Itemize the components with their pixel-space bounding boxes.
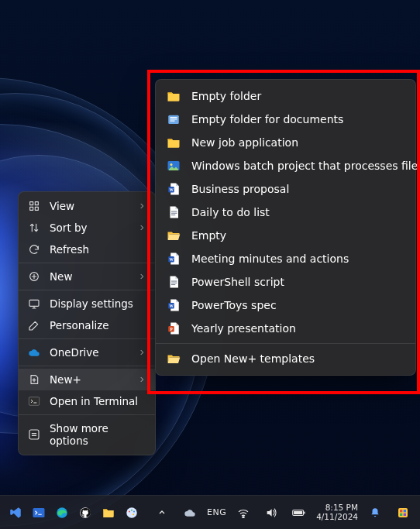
- submenu-item-business-proposal[interactable]: WBusiness proposal: [156, 177, 415, 201]
- chevron-right-icon: [138, 349, 146, 356]
- svg-rect-9: [170, 117, 177, 118]
- submenu-item-new-job-application[interactable]: New job application: [156, 131, 415, 154]
- folder-open-icon: [167, 352, 181, 366]
- submenu-item-label: Daily to do list: [191, 206, 405, 218]
- taskbar-apps: [3, 502, 143, 524]
- submenu-item-label: PowerShell script: [191, 276, 405, 288]
- ppt-icon: P: [167, 321, 181, 335]
- onedrive-icon: [28, 346, 40, 359]
- submenu-item-empty-folder-for-documents[interactable]: Empty folder for documents: [156, 108, 415, 131]
- taskbar-app-edge[interactable]: [51, 502, 73, 524]
- submenu-item-empty-folder[interactable]: Empty folder: [156, 84, 415, 108]
- svg-point-33: [131, 509, 133, 510]
- menu-item-new[interactable]: New: [19, 266, 155, 287]
- svg-rect-2: [30, 207, 33, 210]
- svg-rect-1: [35, 202, 38, 205]
- newplus-icon: [28, 373, 40, 386]
- menu-item-onedrive[interactable]: OneDrive: [19, 342, 155, 363]
- personalize-icon: [28, 319, 40, 331]
- chevron-right-icon: [138, 376, 146, 383]
- more-icon: [28, 428, 40, 441]
- svg-point-32: [129, 510, 130, 512]
- submenu-item-powertoys-spec[interactable]: WPowerToys spec: [156, 294, 415, 317]
- menu-item-label: OneDrive: [50, 346, 129, 359]
- submenu-item-meeting-minutes-and-actions[interactable]: WMeeting minutes and actions: [156, 247, 415, 270]
- tray-app-icon[interactable]: [392, 502, 414, 524]
- menu-item-show-more-options[interactable]: Show more options: [19, 417, 155, 452]
- svg-rect-7: [29, 430, 39, 439]
- svg-rect-10: [170, 119, 177, 119]
- submenu-item-daily-to-do-list[interactable]: Daily to do list: [156, 201, 415, 224]
- svg-rect-6: [29, 397, 39, 406]
- submenu-item-label: New job application: [191, 136, 405, 149]
- svg-rect-21: [171, 281, 177, 282]
- svg-rect-39: [304, 511, 305, 514]
- menu-item-label: Personalize: [50, 319, 146, 331]
- menu-item-label: Refresh: [50, 243, 146, 256]
- image-item-icon: [167, 159, 181, 173]
- folder-open-icon: [167, 228, 181, 242]
- taskbar-app-explorer[interactable]: [98, 502, 119, 524]
- chevron-right-icon: [138, 224, 146, 232]
- tray-language[interactable]: ENG: [207, 507, 226, 517]
- submenu-item-label: Empty folder for documents: [191, 113, 405, 125]
- menu-item-label: Open in Terminal: [50, 395, 146, 407]
- svg-rect-11: [170, 121, 175, 122]
- menu-item-sort-by[interactable]: Sort by: [19, 217, 155, 239]
- tray-wifi-icon[interactable]: [232, 502, 254, 524]
- refresh-icon: [28, 243, 40, 256]
- new-icon: [28, 270, 40, 283]
- menu-item-label: Display settings: [50, 297, 146, 310]
- desktop-context-menu[interactable]: ViewSort byRefreshNewDisplay settingsPer…: [18, 191, 156, 455]
- svg-rect-5: [29, 300, 39, 306]
- menu-item-open-in-terminal[interactable]: Open in Terminal: [19, 390, 155, 412]
- svg-rect-22: [171, 283, 177, 283]
- svg-rect-28: [33, 508, 45, 517]
- chevron-right-icon: [138, 202, 146, 210]
- menu-item-refresh[interactable]: Refresh: [19, 239, 155, 260]
- word-icon: W: [167, 252, 181, 266]
- menu-item-label: View: [50, 200, 129, 212]
- tray-onedrive[interactable]: [179, 502, 201, 524]
- tray-volume-icon[interactable]: [260, 502, 282, 524]
- tray-clock[interactable]: 8:15 PM 4/11/2024: [316, 503, 358, 521]
- menu-item-label: New+: [50, 373, 129, 386]
- submenu-item-label: Open New+ templates: [191, 352, 405, 365]
- tray-overflow[interactable]: [151, 502, 173, 524]
- tray-notifications-icon[interactable]: [364, 502, 386, 524]
- folder-icon: [167, 136, 181, 149]
- svg-rect-3: [35, 207, 38, 210]
- submenu-item-open-new-templates[interactable]: Open New+ templates: [156, 347, 415, 370]
- submenu-item-windows-batch-project-that-processes-fil[interactable]: Windows batch project that processes fil…: [156, 154, 415, 177]
- folder-icon: [167, 89, 181, 103]
- svg-rect-41: [400, 510, 402, 512]
- taskbar-app-github[interactable]: [74, 502, 96, 524]
- submenu-item-yearly-presentation[interactable]: PYearly presentation: [156, 317, 415, 340]
- tray-battery-icon[interactable]: [288, 502, 310, 524]
- menu-item-view[interactable]: View: [19, 195, 155, 217]
- grid-icon: [28, 200, 40, 212]
- submenu-item-empty[interactable]: Empty: [156, 224, 415, 247]
- submenu-item-powershell-script[interactable]: PowerShell script: [156, 270, 415, 294]
- menu-item-label: Show more options: [50, 422, 146, 447]
- svg-point-31: [126, 507, 137, 518]
- taskbar-app-terminal[interactable]: [28, 502, 50, 524]
- system-tray: ENG 8:15 PM 4/11/2024: [151, 502, 417, 524]
- doc-folder-icon: [167, 112, 181, 126]
- svg-rect-43: [400, 513, 402, 515]
- newplus-submenu[interactable]: Empty folderEmpty folder for documentsNe…: [155, 79, 416, 376]
- svg-point-36: [243, 517, 244, 518]
- svg-rect-40: [398, 508, 408, 517]
- display-icon: [28, 297, 40, 310]
- text-icon: [167, 275, 181, 289]
- menu-item-personalize[interactable]: Personalize: [19, 314, 155, 336]
- sort-icon: [28, 222, 40, 234]
- taskbar-app-vscode[interactable]: [5, 502, 26, 524]
- submenu-item-label: Yearly presentation: [191, 322, 405, 335]
- menu-item-display-settings[interactable]: Display settings: [19, 293, 155, 314]
- taskbar-app-paint[interactable]: [121, 502, 143, 524]
- menu-item-new-[interactable]: New+: [19, 369, 155, 390]
- svg-point-13: [170, 163, 173, 166]
- taskbar[interactable]: ENG 8:15 PM 4/11/2024: [0, 495, 420, 529]
- svg-text:W: W: [169, 257, 174, 262]
